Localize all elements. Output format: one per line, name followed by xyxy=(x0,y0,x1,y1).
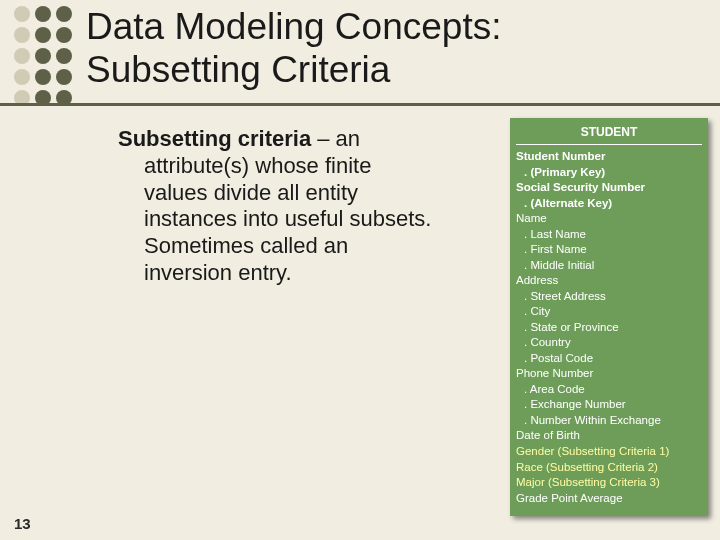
page-number: 13 xyxy=(14,515,31,532)
body-text: Subsetting criteria – an attribute(s) wh… xyxy=(118,126,490,287)
entity-attribute: Student Number xyxy=(516,149,702,165)
entity-attribute: (Alternate Key) xyxy=(516,196,702,212)
entity-attribute: Number Within Exchange xyxy=(516,413,702,429)
entity-attribute: (Primary Key) xyxy=(516,165,702,181)
decoration-dot xyxy=(35,69,51,85)
decoration-dot xyxy=(35,48,51,64)
slide-title: Data Modeling Concepts: Subsetting Crite… xyxy=(86,6,706,91)
entity-attribute: Race (Subsetting Criteria 2) xyxy=(516,460,702,476)
body-line: instances into useful subsets. xyxy=(118,206,490,233)
body-dash: – an xyxy=(311,126,360,151)
slide: Data Modeling Concepts: Subsetting Crite… xyxy=(0,0,720,540)
entity-attribute: Postal Code xyxy=(516,351,702,367)
decoration-dot xyxy=(14,69,30,85)
entity-attribute: City xyxy=(516,304,702,320)
entity-attribute: Major (Subsetting Criteria 3) xyxy=(516,475,702,491)
entity-attribute: Exchange Number xyxy=(516,397,702,413)
title-underline xyxy=(0,103,720,106)
entity-attribute: Last Name xyxy=(516,227,702,243)
entity-attribute: Address xyxy=(516,273,702,289)
entity-attribute: Gender (Subsetting Criteria 1) xyxy=(516,444,702,460)
entity-diagram: STUDENT Student Number(Primary Key)Socia… xyxy=(510,118,708,516)
decoration-dot-grid xyxy=(0,0,80,540)
entity-attribute: Middle Initial xyxy=(516,258,702,274)
entity-attribute: Area Code xyxy=(516,382,702,398)
decoration-dot xyxy=(56,27,72,43)
body-line: inversion entry. xyxy=(118,260,490,287)
entity-rows: Student Number(Primary Key)Social Securi… xyxy=(516,149,702,506)
entity-attribute: First Name xyxy=(516,242,702,258)
entity-attribute: Street Address xyxy=(516,289,702,305)
entity-attribute: Date of Birth xyxy=(516,428,702,444)
decoration-dot xyxy=(35,27,51,43)
term: Subsetting criteria xyxy=(118,126,311,151)
decoration-dot xyxy=(56,48,72,64)
entity-attribute: Grade Point Average xyxy=(516,491,702,507)
entity-attribute: Name xyxy=(516,211,702,227)
entity-attribute: Phone Number xyxy=(516,366,702,382)
entity-attribute: Social Security Number xyxy=(516,180,702,196)
body-line: Sometimes called an xyxy=(118,233,490,260)
decoration-dot xyxy=(35,6,51,22)
entity-title: STUDENT xyxy=(516,124,702,145)
body-line: attribute(s) whose finite xyxy=(118,153,490,180)
decoration-dot xyxy=(14,6,30,22)
decoration-dot xyxy=(14,48,30,64)
entity-attribute: Country xyxy=(516,335,702,351)
title-line-1: Data Modeling Concepts: xyxy=(86,6,501,47)
body-line: values divide all entity xyxy=(118,180,490,207)
decoration-dot xyxy=(56,69,72,85)
title-line-2: Subsetting Criteria xyxy=(86,49,390,90)
decoration-dot xyxy=(56,6,72,22)
decoration-dot xyxy=(14,27,30,43)
entity-attribute: State or Province xyxy=(516,320,702,336)
